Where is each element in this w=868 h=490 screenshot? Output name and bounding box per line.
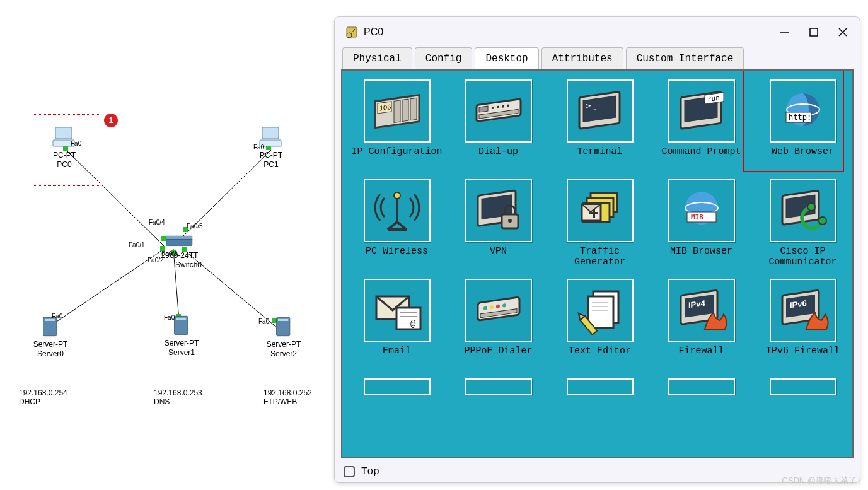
firewall-icon: IPv4 <box>673 285 730 335</box>
tab-physical[interactable]: Physical <box>342 47 412 69</box>
app-label: Text Editor <box>569 346 631 368</box>
svg-rect-31 <box>810 28 818 36</box>
server-icon <box>270 315 298 338</box>
device-type: Server-PT <box>165 339 199 347</box>
app-partial-4[interactable] <box>652 375 751 399</box>
text-editor-icon <box>572 285 628 335</box>
port-label: Fa0/5 <box>187 223 203 230</box>
port-label: Fa0 <box>164 314 175 322</box>
app-pc-wireless[interactable]: PC Wireless <box>347 175 446 272</box>
app-web-browser[interactable]: http: Web Browser <box>753 76 852 173</box>
port-label: Fa0 <box>52 313 62 320</box>
app-dialup[interactable]: Dial-up <box>449 76 548 173</box>
app-partial-1[interactable] <box>347 375 446 399</box>
desktop-pane[interactable]: 2 106 IP Configuration <box>341 69 854 458</box>
tab-custom[interactable]: Custom Interface <box>626 47 744 69</box>
device-pc1[interactable]: Fa0 PC-PT PC1 <box>246 126 296 169</box>
device-type: 2960-24TT <box>161 251 199 260</box>
device-window[interactable]: PC0 Physical Config Desktop Attributes C… <box>334 16 860 483</box>
app-firewall[interactable]: IPv4 Firewall <box>652 275 751 372</box>
svg-point-59 <box>394 192 400 199</box>
svg-point-80 <box>807 203 815 211</box>
svg-point-66 <box>508 219 512 223</box>
app-label: Command Prompt <box>661 146 741 169</box>
maximize-button[interactable] <box>808 26 819 38</box>
device-name: Server2 <box>270 349 297 358</box>
svg-rect-94 <box>588 296 613 328</box>
watermark: CSDN @嘟嘟太菜了 <box>782 475 857 486</box>
port-label: Fa0 <box>71 140 81 148</box>
app-terminal[interactable]: >_ Terminal <box>550 76 649 173</box>
app-partial-2[interactable] <box>449 375 548 399</box>
email-icon: @ <box>369 285 425 335</box>
traffic-icon <box>572 185 628 236</box>
app-email[interactable]: @ Email <box>347 275 446 372</box>
switch-icon <box>166 230 194 253</box>
tab-attributes[interactable]: Attributes <box>541 47 623 69</box>
app-label: IP Configuration <box>351 146 442 169</box>
app-icon <box>345 25 359 39</box>
app-label: PC Wireless <box>366 246 428 269</box>
svg-rect-26 <box>278 319 288 321</box>
device-server0[interactable]: Fa0 Server-PT Server0 <box>19 315 82 358</box>
svg-rect-83 <box>396 308 420 329</box>
device-name: PC0 <box>57 160 71 169</box>
ip-note-server0: 192.168.0.254 DHCP <box>19 388 67 406</box>
close-button[interactable] <box>837 26 848 38</box>
app-traffic-generator[interactable]: Traffic Generator <box>550 175 649 272</box>
app-label: Web Browser <box>772 146 834 169</box>
app-text-editor[interactable]: Text Editor <box>550 275 649 372</box>
ip-note-server2: 192.168.0.252 FTP/WEB <box>263 388 312 406</box>
titlebar[interactable]: PC0 <box>335 17 860 47</box>
top-label: Top <box>361 466 379 477</box>
svg-rect-39 <box>410 98 417 120</box>
device-server2[interactable]: Fa0 Server-PT Server2 <box>252 315 315 358</box>
device-server1[interactable]: Fa0 Server-PT Server1 <box>150 314 213 357</box>
device-switch0[interactable]: Fa0/1 Fa0/4 Fa0/5 Fa0/3 Fa0/2 2960-24TT … <box>151 230 208 273</box>
vpn-icon <box>470 185 527 236</box>
cmd-icon: run <box>673 86 730 136</box>
app-ipv6-firewall[interactable]: IPv6 IPv6 Firewall <box>753 275 852 372</box>
ip-config-icon: 106 <box>369 86 425 136</box>
device-type: Server-PT <box>267 340 301 349</box>
app-label: Email <box>383 346 411 368</box>
app-partial-3[interactable] <box>550 375 649 399</box>
app-pppoe-dialer[interactable]: PPPoE Dialer <box>449 275 548 372</box>
window-title: PC0 <box>364 26 774 38</box>
firewall6-icon: IPv6 <box>775 285 831 335</box>
device-name: Server0 <box>37 349 64 358</box>
mib-icon: MIB <box>673 185 730 236</box>
app-partial-5[interactable] <box>753 375 852 399</box>
device-type: Server-PT <box>33 340 68 349</box>
app-command-prompt[interactable]: run Command Prompt <box>652 76 751 173</box>
app-ip-configuration[interactable]: 106 IP Configuration <box>347 76 446 173</box>
app-label: PPPoE Dialer <box>464 346 532 368</box>
annotation-badge-1: 1 <box>104 114 118 127</box>
top-checkbox[interactable] <box>344 466 355 477</box>
device-name: Server1 <box>168 348 195 357</box>
svg-rect-20 <box>166 236 192 239</box>
minimize-button[interactable] <box>779 26 790 38</box>
device-pc0[interactable]: Fa0 PC-PT PC0 <box>39 126 90 169</box>
app-label: Terminal <box>577 146 622 169</box>
ip-note-server1: 192.168.0.253 DNS <box>154 388 202 406</box>
tab-desktop[interactable]: Desktop <box>475 47 538 69</box>
svg-text:run: run <box>707 94 720 104</box>
app-ip-communicator[interactable]: Cisco IP Communicator <box>753 175 852 272</box>
app-label: IPv6 Firewall <box>766 346 840 368</box>
port-label: Fa0 <box>258 318 269 325</box>
terminal-icon: >_ <box>572 86 628 136</box>
app-label: VPN <box>490 246 507 269</box>
device-name: PC1 <box>263 160 278 169</box>
network-topology[interactable]: 1 Fa0 PC-PT PC0 Fa0 PC-PT PC1 Fa0/1 Fa0/… <box>0 0 340 490</box>
app-mib-browser[interactable]: MIB MIB Browser <box>652 175 751 272</box>
device-type: PC-PT <box>260 151 282 160</box>
app-vpn[interactable]: VPN <box>449 175 548 272</box>
svg-rect-17 <box>262 127 279 139</box>
svg-text:http:: http: <box>789 113 811 122</box>
app-label: Firewall <box>678 346 724 368</box>
tab-bar: Physical Config Desktop Attributes Custo… <box>335 47 860 69</box>
tab-config[interactable]: Config <box>415 47 473 69</box>
svg-rect-37 <box>394 100 400 122</box>
wireless-icon <box>369 185 425 236</box>
